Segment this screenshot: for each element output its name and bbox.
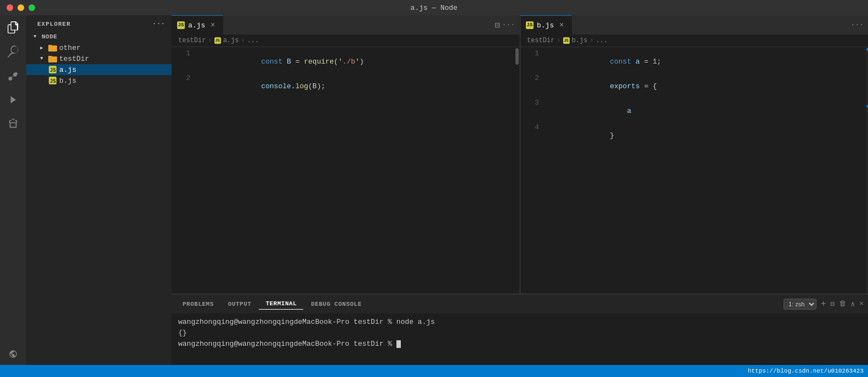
tab-close-ajs[interactable]: ×: [208, 21, 217, 30]
editor-pane-left: JS a.js × ⊟ ··· testDir › JS a.js ›: [172, 15, 520, 294]
terminal-close-icon[interactable]: ×: [859, 300, 864, 308]
new-terminal-icon[interactable]: +: [821, 299, 826, 309]
scrollbar-thumb-left: [515, 48, 519, 65]
tree-item-ajs[interactable]: JS a.js: [26, 64, 172, 75]
terminal-trash-icon[interactable]: 🗑: [839, 300, 846, 308]
line-num-1-left: 1: [172, 49, 199, 58]
scrollbar-right[interactable]: [866, 47, 868, 294]
breadcrumb-sep1-left: ›: [208, 37, 212, 44]
maximize-button[interactable]: [29, 4, 35, 11]
editor-tabs-right: JS b.js × ···: [520, 15, 868, 35]
tree-item-testdir[interactable]: testDir: [26, 53, 172, 64]
terminal-cursor: [396, 340, 401, 348]
activity-explorer-icon[interactable]: [5, 20, 21, 35]
line-num-4-right: 4: [520, 123, 548, 132]
sidebar-more-icon[interactable]: ···: [152, 20, 165, 28]
tab-ajs[interactable]: JS a.js ×: [172, 15, 223, 35]
close-button[interactable]: [7, 4, 13, 11]
line-content-2-right: exports = {: [548, 74, 657, 99]
activity-run-icon[interactable]: [5, 92, 21, 107]
line-num-2-right: 2: [520, 74, 548, 82]
code-line-2-left: 2 console.log(B);: [172, 74, 519, 99]
folder-icon-other: [48, 43, 57, 52]
code-editor-right[interactable]: 1 const a = 1; 2 exports = { 3: [520, 47, 868, 294]
tab-output[interactable]: OUTPUT: [222, 299, 258, 310]
breadcrumb-js-icon: JS: [214, 37, 221, 44]
split-editor-icon[interactable]: ⊟: [495, 20, 500, 31]
tab-bjs[interactable]: JS b.js ×: [520, 15, 572, 35]
breadcrumb-ellipsis-left: ...: [247, 37, 259, 44]
tab-debug-console[interactable]: DEBUG CONSOLE: [304, 299, 368, 310]
code-line-4-right: 4 }: [520, 123, 868, 148]
minimize-button[interactable]: [18, 4, 24, 11]
activity-remote-icon[interactable]: [5, 350, 21, 365]
tab-js-icon-right: JS: [526, 21, 534, 29]
titlebar: a.js — Node: [0, 0, 868, 15]
terminal-line-3: wangzhongqing@wangzhongqingdeMacBook-Pro…: [178, 339, 861, 350]
shell-selector[interactable]: 1: zsh: [784, 299, 816, 310]
breadcrumb-testdir-right: testDir: [527, 37, 554, 44]
breadcrumb-bjs: b.js: [572, 37, 588, 44]
sidebar-header: Explorer ···: [26, 15, 172, 30]
terminal-split-icon[interactable]: ⊟: [831, 300, 835, 309]
code-editor-left[interactable]: 1 const B = require('./b') 2 console.log…: [172, 47, 519, 294]
tab-problems[interactable]: PROBLEMS: [176, 299, 220, 310]
scrollbar-left[interactable]: [515, 47, 519, 294]
activity-extensions-icon[interactable]: [5, 116, 21, 132]
line-content-2-left: console.log(B);: [199, 74, 325, 99]
terminal-tab-actions: 1: zsh + ⊟ 🗑 ∧ ×: [784, 299, 864, 310]
sidebar: Explorer ··· NODE other: [26, 15, 172, 365]
status-url: https://blog.csdn.net/u010263423: [748, 368, 864, 374]
svg-rect-1: [48, 45, 52, 47]
tab-terminal[interactable]: TERMINAL: [259, 298, 303, 310]
tab-js-icon-left: JS: [177, 21, 185, 29]
tree-item-bjs[interactable]: JS b.js: [26, 75, 172, 86]
window-title: a.js — Node: [411, 4, 458, 12]
breadcrumb-ajs: a.js: [223, 37, 239, 44]
breadcrumb-sep2-right: ›: [589, 37, 593, 44]
svg-text:JS: JS: [50, 67, 56, 73]
svg-text:JS: JS: [50, 78, 56, 84]
activity-source-control-icon[interactable]: [5, 68, 21, 83]
line-num-2-left: 2: [172, 74, 199, 82]
line-content-1-right: const a = 1;: [548, 49, 661, 74]
tree-root-chevron: [31, 32, 39, 41]
more-actions-right-icon[interactable]: ···: [851, 21, 864, 29]
sidebar-title: Explorer: [37, 21, 71, 27]
tree-item-other[interactable]: other: [26, 42, 172, 53]
scroll-indicator-top: [866, 48, 868, 50]
file-tree: NODE other: [26, 30, 172, 87]
breadcrumb-left: testDir › JS a.js › ...: [172, 35, 519, 47]
line-content-3-right: a: [548, 99, 631, 123]
sidebar-actions[interactable]: ···: [152, 20, 165, 28]
terminal-collapse-icon[interactable]: ∧: [850, 300, 855, 309]
file-label-bjs: b.js: [59, 77, 76, 85]
window-controls[interactable]: [7, 4, 35, 11]
terminal-content[interactable]: wangzhongqing@wangzhongqingdeMacBook-Pro…: [172, 313, 868, 365]
folder-chevron-other: [37, 43, 46, 52]
line-content-4-right: }: [548, 123, 614, 148]
editor-area: JS a.js × ⊟ ··· testDir › JS a.js ›: [172, 15, 868, 365]
code-line-1-right: 1 const a = 1;: [520, 49, 868, 74]
folder-chevron-testdir: [37, 54, 46, 63]
breadcrumb-sep1-right: ›: [557, 37, 560, 44]
terminal-line-2: {}: [178, 328, 861, 339]
tree-root-node[interactable]: NODE: [26, 31, 172, 42]
file-label-ajs: a.js: [59, 66, 76, 74]
folder-label-other: other: [59, 44, 81, 52]
breadcrumb-sep2-left: ›: [241, 37, 245, 44]
terminal-area: PROBLEMS OUTPUT TERMINAL DEBUG CONSOLE 1…: [172, 294, 868, 365]
line-num-3-right: 3: [520, 99, 548, 107]
js-file-icon-a: JS: [48, 65, 57, 74]
tab-close-bjs[interactable]: ×: [557, 21, 566, 30]
code-line-1-left: 1 const B = require('./b'): [172, 49, 519, 74]
terminal-line-1: wangzhongqing@wangzhongqingdeMacBook-Pro…: [178, 317, 861, 328]
editors-split: JS a.js × ⊟ ··· testDir › JS a.js ›: [172, 15, 868, 294]
activity-search-icon[interactable]: [5, 44, 21, 59]
tree-root-label: NODE: [42, 33, 57, 40]
tab-label-bjs: b.js: [537, 21, 554, 30]
line-content-1-left: const B = require('./b'): [199, 49, 364, 74]
more-actions-left-icon[interactable]: ···: [502, 21, 515, 29]
status-bar: https://blog.csdn.net/u010263423: [0, 365, 868, 377]
tab-label-ajs: a.js: [188, 21, 205, 30]
